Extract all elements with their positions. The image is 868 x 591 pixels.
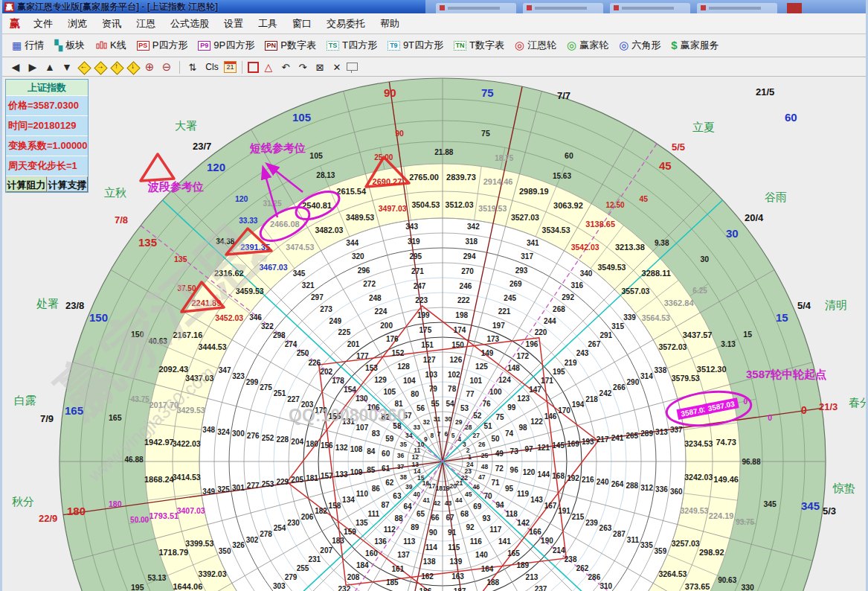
svg-text:3437.57: 3437.57 — [683, 330, 713, 339]
nav-down-icon[interactable]: ▼ — [60, 60, 74, 74]
triangle-tool-icon[interactable]: △ — [261, 60, 276, 74]
background-tab[interactable] — [697, 3, 777, 13]
menu-文件[interactable]: 文件 — [26, 17, 60, 31]
menu-公式选股[interactable]: 公式选股 — [163, 17, 216, 31]
svg-text:3557.03: 3557.03 — [621, 287, 649, 296]
svg-text:269: 269 — [509, 280, 522, 288]
menu-工具[interactable]: 工具 — [251, 17, 285, 31]
svg-text:3534.53: 3534.53 — [542, 226, 570, 234]
calc-resistance-button[interactable]: 计算阻力 — [6, 176, 47, 192]
toolbar-button-T数字表[interactable]: TNT数字表 — [449, 39, 509, 52]
toolbar-label: P四方形 — [152, 39, 188, 52]
move-left-icon[interactable]: ← — [77, 60, 91, 74]
svg-text:163: 163 — [451, 572, 464, 581]
toolbar-button-T四方形[interactable]: TST四方形 — [321, 39, 382, 52]
toolbar-button-K线[interactable]: K线 — [90, 39, 132, 52]
svg-text:198: 198 — [455, 311, 468, 319]
svg-text:114: 114 — [425, 543, 438, 552]
zoom-out-icon[interactable]: ⊖ — [159, 60, 174, 74]
svg-text:160: 160 — [365, 549, 378, 558]
background-tab[interactable] — [523, 3, 603, 13]
svg-text:253: 253 — [262, 480, 274, 488]
svg-text:279: 279 — [285, 573, 298, 581]
menu-资讯[interactable]: 资讯 — [94, 17, 129, 31]
toolbar-label: K线 — [110, 39, 126, 52]
wheel-outer-label: 5/3 — [823, 505, 836, 517]
svg-text:216: 216 — [582, 476, 594, 484]
nav-right-icon[interactable]: ▶ — [25, 60, 40, 74]
svg-text:43.75: 43.75 — [131, 395, 150, 403]
cls-button[interactable]: Cls — [202, 60, 222, 74]
svg-text:186: 186 — [419, 587, 432, 591]
background-tab[interactable] — [436, 3, 516, 13]
projector-icon[interactable] — [347, 63, 358, 71]
svg-text:274: 274 — [285, 340, 298, 348]
move-down-icon[interactable]: ↓ — [126, 60, 140, 74]
menu-浏览[interactable]: 浏览 — [60, 17, 94, 31]
title-bar[interactable]: 赢 赢家江恩专业版[赢家服务平台] - [上证指数 江恩轮] — [2, 0, 866, 13]
svg-text:189: 189 — [516, 561, 529, 569]
menu-帮助[interactable]: 帮助 — [373, 17, 407, 31]
xbox-icon[interactable]: ⊠ — [312, 60, 327, 74]
svg-text:95: 95 — [505, 485, 514, 493]
svg-text:30: 30 — [445, 415, 452, 423]
toolbar-button-六角形[interactable]: ◎六角形 — [614, 39, 666, 52]
svg-text:116: 116 — [470, 537, 483, 546]
wheel-outer-label: 5/5 — [672, 141, 685, 153]
svg-text:146: 146 — [544, 412, 557, 421]
background-tabs[interactable] — [425, 0, 866, 13]
wheel-outer-label: 22/9 — [39, 513, 57, 524]
svg-text:228: 228 — [277, 435, 289, 444]
toolbar-button-江恩轮[interactable]: ◎江恩轮 — [509, 39, 562, 52]
toolbar-button-P四方形[interactable]: PSP四方形 — [132, 39, 193, 52]
nav-left-icon[interactable]: ◀ — [8, 60, 23, 74]
gann-wheel-svg[interactable]: 1234567891011121314151617181920212223242… — [4, 77, 868, 591]
chart-area[interactable]: 1234567891011121314151617181920212223242… — [4, 77, 868, 591]
toolbar-button-赢家轮[interactable]: ◎赢家轮 — [562, 39, 614, 52]
move-right-icon[interactable]: → — [93, 60, 107, 74]
menu-交易委托[interactable]: 交易委托 — [319, 17, 373, 31]
background-tab[interactable] — [610, 3, 690, 13]
wheel-outer-label: 清明 — [825, 298, 847, 313]
svg-text:172: 172 — [516, 352, 529, 360]
svg-text:185: 185 — [386, 578, 399, 587]
toolbar-button-9T四方形[interactable]: T99T四方形 — [382, 39, 449, 52]
menu-江恩[interactable]: 江恩 — [129, 17, 163, 31]
svg-text:130: 130 — [356, 394, 368, 403]
rotate-ccw-icon[interactable]: ↶ — [278, 60, 293, 74]
toolbar-button-赢家服务[interactable]: $赢家服务 — [666, 39, 724, 52]
zoom-in-icon[interactable]: ⊕ — [142, 60, 157, 74]
svg-text:266: 266 — [613, 383, 626, 392]
svg-text:112: 112 — [384, 525, 396, 534]
wheel-outer-label: 处署 — [36, 297, 59, 311]
background-close-icon[interactable] — [787, 3, 802, 13]
svg-text:75: 75 — [481, 129, 490, 138]
menu-窗口[interactable]: 窗口 — [285, 17, 319, 31]
svg-text:201: 201 — [347, 340, 360, 348]
svg-text:138: 138 — [423, 558, 436, 566]
menu-bar: 赢 文件浏览资讯江恩公式选股设置工具窗口交易委托帮助 — [2, 13, 866, 34]
menu-设置[interactable]: 设置 — [216, 17, 251, 31]
move-up-icon[interactable]: ↑ — [109, 60, 123, 74]
square-tool-icon[interactable] — [248, 62, 259, 73]
toolbar-button-P数字表[interactable]: PNP数字表 — [260, 39, 321, 52]
svg-text:124: 124 — [498, 376, 511, 384]
calc-support-button[interactable]: 计算支撑 — [47, 176, 88, 192]
toolbar-button-行情[interactable]: ▦行情 — [7, 39, 49, 52]
toolbar-button-板块[interactable]: ▚板块 — [49, 39, 90, 52]
svg-text:45: 45 — [465, 491, 472, 498]
toolbar-button-9P四方形[interactable]: P99P四方形 — [193, 39, 260, 52]
svg-text:373.65: 373.65 — [685, 582, 710, 591]
svg-text:220: 220 — [535, 328, 547, 336]
svg-text:166: 166 — [529, 528, 541, 536]
calendar-icon[interactable]: 21 — [224, 61, 237, 73]
svg-text:77: 77 — [466, 390, 475, 398]
updown-icon[interactable]: ⇅ — [185, 60, 200, 74]
svg-text:196: 196 — [526, 340, 539, 348]
converge-icon[interactable]: ✕ — [329, 60, 344, 74]
wheel-outer-label: 7/7 — [557, 90, 570, 101]
rotate-cw-icon[interactable]: ↷ — [295, 60, 310, 74]
svg-text:3444.53: 3444.53 — [199, 342, 227, 351]
svg-text:145: 145 — [552, 441, 565, 450]
nav-up-icon[interactable]: ▲ — [42, 60, 57, 74]
